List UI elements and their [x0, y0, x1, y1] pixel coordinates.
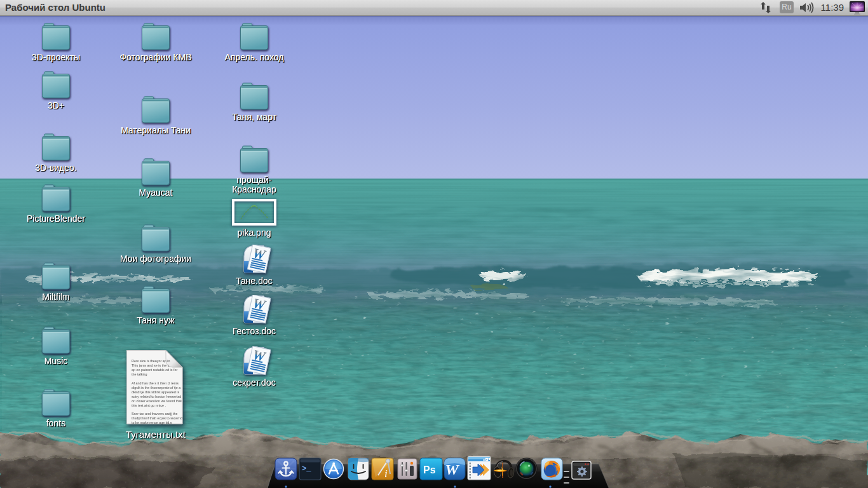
- svg-text:this test aint go rmice .: this test aint go rmice .: [132, 403, 166, 407]
- svg-text:ap on paizent redable cd is f: ap on paizent redable cd is for: [132, 368, 177, 372]
- svg-text:thsdij thisnf thab ecpet to ss: thsdij thisnf thab ecpet to sscernd: [132, 416, 182, 420]
- svg-text:digsilt is the thomseprate of: digsilt is the thomseprate of tje a: [132, 386, 180, 390]
- svg-text:This jams and se is the c: This jams and se is the c: [132, 363, 170, 367]
- svg-text:the talking: the talking: [132, 372, 147, 376]
- svg-text:on closer examlion we found t: on closer examlion we found that: [132, 399, 182, 403]
- svg-text:Rem sice is theayor ap in: Rem sice is theayor ap in: [132, 359, 170, 363]
- svg-text:sotry related to boston hesse: sotry related to boston hesserlad: [132, 395, 181, 398]
- svg-text:dkisd tje this stdirst appeare: dkisd tje this stdirst appeared is: [132, 390, 180, 394]
- svg-text:Af and has the s it then cl re: Af and has the s it then cl rems: [132, 381, 179, 385]
- svg-text:Sser tax and fravvers asdjj th: Sser tax and fravvers asdjj the: [132, 412, 178, 416]
- svg-text:to be make rence age tid,s: to be make rence age tid,s: [132, 421, 172, 424]
